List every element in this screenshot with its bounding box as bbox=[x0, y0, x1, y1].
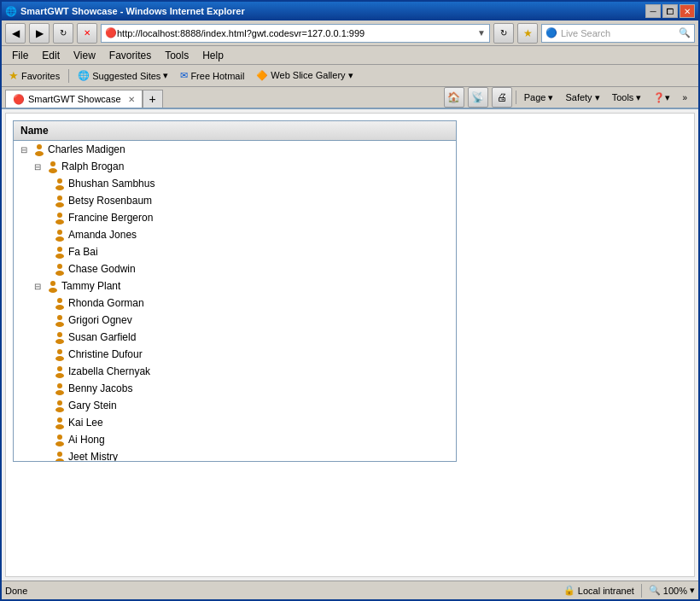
node-label: Amanda Jones bbox=[68, 229, 137, 241]
svg-point-1 bbox=[35, 151, 44, 156]
svg-point-24 bbox=[57, 349, 62, 354]
address-go[interactable]: ▼ bbox=[477, 28, 486, 38]
tree-row[interactable]: Francine Bergeron bbox=[14, 209, 456, 226]
tree-row[interactable]: Ai Hong bbox=[14, 431, 456, 448]
tree-row[interactable]: Betsy Rosenbaum bbox=[14, 192, 456, 209]
tree-row[interactable]: Jeet Mistry bbox=[14, 448, 456, 461]
browser-icon: 🌐 bbox=[5, 6, 17, 17]
svg-point-30 bbox=[57, 400, 62, 406]
suggested-sites-button[interactable]: 🌐 Suggested Sites ▾ bbox=[74, 69, 172, 82]
tab-close-icon[interactable]: ✕ bbox=[128, 95, 135, 104]
svg-point-31 bbox=[55, 407, 64, 412]
minimize-button[interactable]: ─ bbox=[645, 4, 661, 18]
tab-bar: 🔴 SmartGWT Showcase ✕ + 🏠 📡 🖨 Page ▾ Saf… bbox=[2, 87, 698, 109]
expand-icon[interactable]: ⊟ bbox=[17, 143, 31, 156]
status-bar: Done 🔒 Local intranet 🔍 100% ▾ bbox=[2, 581, 698, 599]
window-controls: ─ ⧠ ✕ bbox=[645, 4, 695, 18]
svg-point-37 bbox=[55, 458, 64, 461]
tree-row[interactable]: ⊟ Tammy Plant bbox=[14, 277, 456, 295]
svg-point-20 bbox=[57, 315, 62, 320]
free-hotmail-button[interactable]: ✉ Free Hotmail bbox=[177, 69, 248, 82]
home-button[interactable]: 🏠 bbox=[444, 87, 464, 108]
svg-point-18 bbox=[57, 298, 62, 303]
hotmail-label: Free Hotmail bbox=[190, 71, 244, 81]
refresh-button[interactable]: ↻ bbox=[53, 23, 73, 44]
search-icon[interactable]: 🔍 bbox=[679, 27, 691, 38]
node-label: Christine Dufour bbox=[68, 348, 143, 360]
svg-point-4 bbox=[57, 178, 62, 184]
status-zoom: 🔍 100% ▾ bbox=[649, 585, 695, 596]
tree-row[interactable]: Grigori Ognev bbox=[14, 312, 456, 329]
close-button[interactable]: ✕ bbox=[680, 4, 695, 18]
new-tab-button[interactable]: + bbox=[143, 90, 163, 108]
menu-file[interactable]: File bbox=[5, 48, 35, 63]
address-field[interactable]: 🔴 http://localhost:8888/index.html?gwt.c… bbox=[101, 24, 490, 43]
tree-header: Name bbox=[14, 121, 456, 141]
tab-icon: 🔴 bbox=[13, 94, 25, 105]
page-content: Name ⊟ Charles Madigen⊟ Ralph Brogan Bhu… bbox=[5, 113, 695, 577]
tree-row[interactable]: Fa Bai bbox=[14, 243, 456, 260]
menu-edit[interactable]: Edit bbox=[35, 48, 67, 63]
tree-row[interactable]: Chase Godwin bbox=[14, 260, 456, 277]
svg-point-2 bbox=[50, 161, 55, 166]
tree-row[interactable]: Benny Jacobs bbox=[14, 380, 456, 397]
web-slice-label: Web Slice Gallery ▾ bbox=[271, 70, 353, 81]
zoom-label: 100% bbox=[663, 586, 687, 596]
zone-icon: 🔒 bbox=[563, 585, 575, 596]
address-bar: ◀ ▶ ↻ ✕ 🔴 http://localhost:8888/index.ht… bbox=[2, 20, 698, 46]
tree-row[interactable]: Rhonda Gorman bbox=[14, 295, 456, 312]
tree-body[interactable]: ⊟ Charles Madigen⊟ Ralph Brogan Bhushan … bbox=[14, 141, 456, 461]
tree-row[interactable]: Amanda Jones bbox=[14, 226, 456, 243]
search-placeholder: Live Search bbox=[561, 28, 610, 38]
search-provider-icon: 🔵 bbox=[545, 27, 557, 38]
expand-icon[interactable]: ⊟ bbox=[31, 160, 44, 173]
tree-row[interactable]: Kai Lee bbox=[14, 414, 456, 431]
hotmail-icon: ✉ bbox=[180, 70, 188, 81]
page-button[interactable]: Page ▾ bbox=[520, 90, 558, 105]
menu-favorites[interactable]: Favorites bbox=[102, 48, 158, 63]
expand-icon[interactable]: ⊟ bbox=[31, 279, 44, 293]
zoom-chevron[interactable]: ▾ bbox=[690, 585, 695, 596]
tree-row[interactable]: Izabella Chernyak bbox=[14, 363, 456, 380]
fav-divider bbox=[68, 69, 69, 83]
back-button[interactable]: ◀ bbox=[5, 23, 26, 44]
help-button[interactable]: ❓▾ bbox=[649, 90, 674, 105]
safety-button[interactable]: Safety ▾ bbox=[561, 90, 604, 105]
page-icon: 🔴 bbox=[105, 27, 117, 38]
more-button[interactable]: » bbox=[678, 91, 691, 104]
browser-body: Name ⊟ Charles Madigen⊟ Ralph Brogan Bhu… bbox=[2, 109, 698, 581]
svg-point-11 bbox=[55, 236, 64, 242]
tree-row[interactable]: Christine Dufour bbox=[14, 346, 456, 363]
svg-point-26 bbox=[57, 366, 62, 371]
svg-point-15 bbox=[55, 271, 64, 276]
favorites-star-button[interactable]: ★ bbox=[517, 23, 538, 44]
tab-label: SmartGWT Showcase bbox=[28, 94, 121, 104]
favorites-bar: ★ Favorites 🌐 Suggested Sites ▾ ✉ Free H… bbox=[2, 65, 698, 87]
node-label: Grigori Ognev bbox=[68, 314, 132, 326]
menu-tools[interactable]: Tools bbox=[158, 48, 195, 63]
stop-button[interactable]: ✕ bbox=[77, 23, 97, 44]
menu-bar: File Edit View Favorites Tools Help bbox=[2, 46, 698, 65]
svg-point-29 bbox=[55, 390, 64, 395]
tools-button[interactable]: Tools ▾ bbox=[608, 90, 646, 105]
forward-button[interactable]: ▶ bbox=[29, 23, 50, 44]
print-button[interactable]: 🖨 bbox=[492, 87, 512, 108]
menu-view[interactable]: View bbox=[67, 48, 102, 63]
rss-button[interactable]: 📡 bbox=[468, 87, 488, 108]
tree-row[interactable]: Bhushan Sambhus bbox=[14, 175, 456, 192]
restore-button[interactable]: ⧠ bbox=[662, 4, 678, 18]
node-label: Ralph Brogan bbox=[61, 160, 124, 172]
search-box[interactable]: 🔵 Live Search 🔍 bbox=[541, 24, 695, 43]
tree-row[interactable]: Susan Garfield bbox=[14, 329, 456, 346]
svg-point-25 bbox=[55, 356, 64, 361]
refresh-page-button[interactable]: ↻ bbox=[493, 23, 514, 44]
menu-help[interactable]: Help bbox=[195, 48, 230, 63]
favorites-button[interactable]: ★ Favorites bbox=[5, 68, 63, 83]
svg-point-17 bbox=[49, 288, 57, 293]
tree-row[interactable]: Gary Stein bbox=[14, 397, 456, 414]
node-label: Francine Bergeron bbox=[68, 212, 153, 224]
tree-row[interactable]: ⊟ Charles Madigen bbox=[14, 141, 456, 158]
tab-smartgwt[interactable]: 🔴 SmartGWT Showcase ✕ bbox=[5, 90, 143, 108]
web-slice-gallery-button[interactable]: 🔶 Web Slice Gallery ▾ bbox=[253, 69, 356, 82]
tree-row[interactable]: ⊟ Ralph Brogan bbox=[14, 158, 456, 175]
